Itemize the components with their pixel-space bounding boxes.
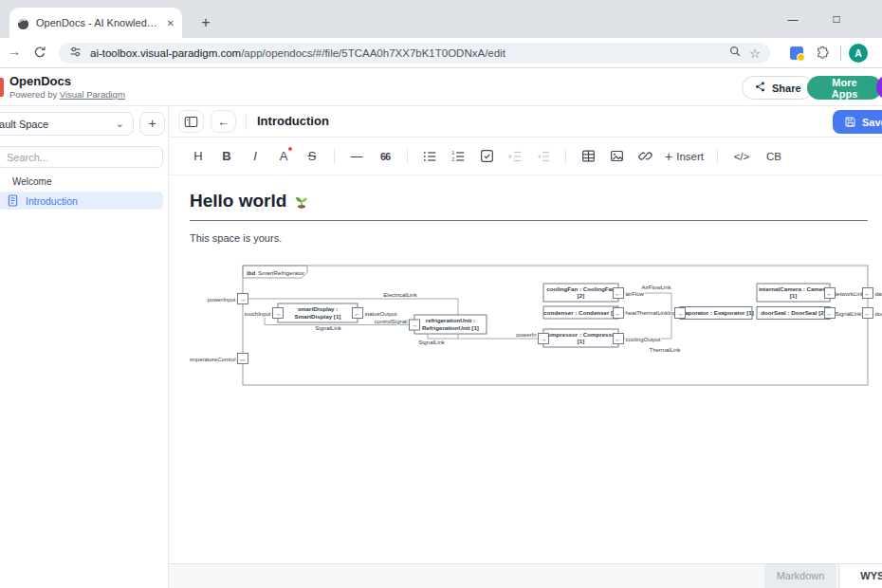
doc-header-divider [246, 114, 247, 130]
insert-button[interactable]: + Insert [659, 144, 709, 169]
bold-button[interactable]: B [212, 144, 241, 169]
tab-close-icon[interactable]: ✕ [167, 18, 175, 28]
bookmark-star-icon[interactable]: ☆ [749, 46, 761, 61]
url-bar[interactable]: ai-toolbox.visual-paradigm.com/app/opend… [59, 43, 770, 64]
window-minimize-button[interactable]: — [780, 9, 806, 28]
bullet-list-icon[interactable] [415, 144, 444, 169]
reload-icon[interactable] [32, 45, 47, 63]
tab-title: OpenDocs - AI Knowledge Base [36, 17, 160, 28]
label-airflow: airFlow [626, 291, 645, 297]
sidebar-item-introduction[interactable]: Introduction [0, 192, 163, 210]
port-touchinput-arrow: → [275, 310, 282, 317]
port-temperaturecontrol-arrow: ↔ [240, 356, 247, 362]
pinned-extension-icon[interactable] [790, 46, 803, 60]
text-color-letter: A [280, 149, 288, 163]
block-refrigerationunit-name1: refrigerationUnit : [426, 317, 475, 323]
indent-icon[interactable] [501, 144, 529, 169]
browser-window: OpenDocs - AI Knowledge Base ✕ + — □ → a… [0, 0, 882, 588]
label-signallink-unit: SignalLink [418, 340, 446, 345]
blockquote-button[interactable]: 66 [371, 144, 399, 169]
label-powerin: powerIn [516, 332, 536, 338]
app-header: OpenDocs Powered by Visual Paradigm Shar… [0, 68, 882, 106]
extensions-puzzle-icon[interactable] [816, 45, 831, 63]
save-button[interactable]: Save [833, 110, 882, 134]
table-icon[interactable] [574, 144, 602, 169]
inline-code-button[interactable]: </> [726, 144, 758, 169]
add-space-button[interactable]: + [139, 112, 165, 136]
block-doorseal-name: doorSeal : DoorSeal [2] [761, 309, 825, 316]
editor-toolbar: H B I A S — 66 12 [169, 138, 882, 175]
heading-rule [190, 220, 868, 221]
toolbar-divider [407, 149, 408, 164]
url-text[interactable]: ai-toolbox.visual-paradigm.com/app/opend… [90, 47, 721, 59]
document-content[interactable]: Hello world This space is yours. ibd Sma… [169, 175, 882, 563]
block-compressor-name1: compressor : Compressor [544, 331, 618, 338]
sysml-ibd-diagram: ibd SmartRefrigerator ElectricalLink Sig… [190, 252, 882, 395]
numbered-list-icon[interactable]: 12 [444, 144, 472, 169]
outdent-icon[interactable] [529, 144, 558, 169]
search-input[interactable] [0, 146, 163, 168]
svg-text:1: 1 [451, 149, 454, 155]
frame-name: SmartRefrigerator [258, 269, 304, 276]
color-dot [288, 147, 292, 151]
seedling-emoji [293, 193, 310, 210]
block-coolingfan-name2: [2] [578, 292, 585, 299]
window-maximize-button[interactable]: □ [823, 9, 850, 28]
port-controlsignal-arrow: → [412, 322, 418, 328]
port-powerinput-arrow: → [240, 296, 247, 303]
label-controlsignal: controlSignal [375, 319, 408, 324]
sidebar-item-label: Introduction [26, 195, 78, 207]
tab-wysiwyg[interactable]: WYSIWYG [838, 564, 882, 588]
code-block-button[interactable]: CB [758, 144, 790, 169]
tab-markdown[interactable]: Markdown [764, 564, 836, 588]
italic-button[interactable]: I [241, 144, 269, 169]
label-thermallink: ThermalLink [649, 347, 681, 353]
block-condenser-name: condenser : Condenser [1] [543, 309, 617, 316]
back-button[interactable]: ← [211, 110, 236, 133]
editor-mode-bar: Markdown WYSIWYG [169, 563, 882, 588]
block-compressor-name2: [1] [578, 338, 585, 344]
plus-icon: + [665, 149, 672, 164]
heading-button[interactable]: H [184, 144, 212, 169]
more-apps-button[interactable]: More Apps [807, 76, 882, 100]
heading-text: Hello world [190, 191, 286, 211]
port-doorseal-out-arrow: ← [827, 310, 834, 317]
doc-header: ← Introduction Save [169, 106, 882, 138]
port-powerin-arrow: → [541, 336, 547, 342]
link-icon[interactable] [631, 144, 659, 169]
body-paragraph: This space is yours. [190, 232, 282, 244]
browser-tab[interactable]: OpenDocs - AI Knowledge Base ✕ [9, 8, 182, 38]
label-electricallink: ElectricalLink [383, 292, 417, 298]
site-settings-tune-icon[interactable] [68, 45, 83, 63]
url-path: /app/opendocs/#/file/5TCAA0h7XX7bK1T0ODN… [241, 47, 505, 59]
image-icon[interactable] [602, 144, 631, 169]
port-statusoutput-arrow: ← [355, 310, 361, 317]
frame-keyword: ibd [247, 269, 255, 276]
label-doorstatus: doorStatus [875, 311, 882, 317]
space-selector[interactable]: Default Space ⌄ [0, 112, 134, 136]
block-internalcamera-name1: internalCamera : Camera [759, 285, 829, 292]
app-subtitle: Powered by Visual Paradigm [9, 89, 125, 100]
sidebar-section-welcome: Welcome [12, 176, 52, 187]
task-list-icon[interactable] [472, 144, 501, 169]
toolbar-divider [717, 149, 718, 164]
new-tab-button[interactable]: + [195, 12, 216, 33]
strikethrough-button[interactable]: S [298, 144, 326, 169]
share-button[interactable]: Share [742, 76, 814, 100]
space-selector-label: Default Space [0, 119, 48, 130]
port-coolingoutput-arrow: ← [616, 336, 622, 342]
save-label: Save [862, 117, 882, 128]
browser-profile-avatar[interactable]: A [849, 44, 868, 63]
forward-icon[interactable]: → [8, 44, 21, 59]
zoom-indicator-icon[interactable] [728, 45, 742, 62]
label-signallink-display: SignalLink [315, 325, 342, 331]
visual-paradigm-link[interactable]: Visual Paradigm [60, 89, 125, 100]
navbar-divider [840, 46, 841, 61]
port-doorstatus-arrow: ← [865, 310, 872, 317]
toggle-sidebar-button[interactable] [178, 110, 204, 133]
horizontal-rule-button[interactable]: — [342, 144, 371, 169]
text-color-button[interactable]: A [269, 144, 298, 169]
label-temperaturecontrol: temperatureControl [190, 357, 236, 362]
block-coolingfan-name1: coolingFan : CoolingFan [546, 285, 616, 292]
insert-label: Insert [676, 151, 704, 162]
